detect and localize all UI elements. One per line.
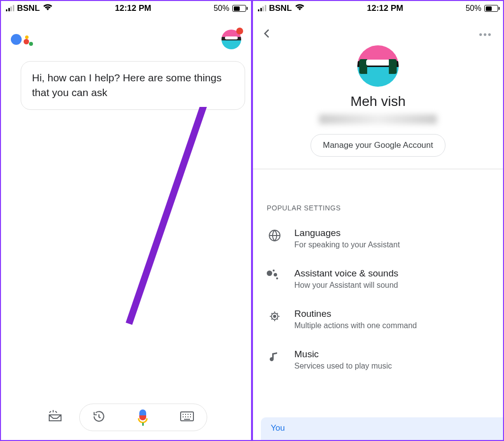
mic-button[interactable] [137,409,149,425]
routines-icon [267,308,283,325]
wifi-icon [295,3,305,13]
setting-title: Languages [294,228,400,238]
setting-routines[interactable]: Routines Multiple actions with one comma… [253,302,503,342]
you-tab[interactable]: You [261,417,503,440]
profile-avatar-button[interactable] [221,30,241,49]
battery-icon [232,5,246,12]
battery-icon [484,5,498,12]
manage-account-button[interactable]: Manage your Google Account [311,134,445,157]
battery-percent: 50% [214,4,229,13]
music-note-icon [267,349,283,365]
svg-point-4 [274,315,276,317]
back-button[interactable] [261,28,273,41]
carrier-label: BSNL [269,3,292,13]
clock-label: 12:12 PM [305,3,466,13]
bottom-toolbar [1,404,251,431]
setting-music[interactable]: Music Services used to play music [253,342,503,382]
annotation-arrow-icon [114,107,242,343]
wifi-icon [43,3,53,13]
setting-title: Routines [294,308,417,319]
setting-sub: Multiple actions with one command [294,321,417,330]
screen-assistant-home: BSNL 12:12 PM 50% Hi, how can I help? He… [1,1,251,440]
notification-dot-icon [236,28,243,34]
app-header [1,16,251,54]
overflow-menu-button[interactable]: ••• [479,29,492,40]
setting-languages[interactable]: Languages For speaking to your Assistant [253,221,503,261]
status-bar: BSNL 12:12 PM 50% [253,1,503,16]
globe-icon [267,228,283,244]
inbox-updates-button[interactable] [45,410,65,425]
setting-voice[interactable]: Assistant voice & sounds How your Assist… [253,261,503,302]
signal-icon [6,5,14,11]
setting-title: Assistant voice & sounds [294,268,398,279]
input-pill [79,404,207,431]
screen-assistant-settings: BSNL 12:12 PM 50% ••• Meh vish Manage yo… [251,1,503,440]
profile-email-blurred [319,114,437,124]
battery-percent: 50% [466,4,481,13]
section-header-popular: POPULAR SETTINGS [253,170,503,221]
setting-sub: For speaking to your Assistant [294,240,400,249]
svg-line-0 [129,107,223,324]
status-bar: BSNL 12:12 PM 50% [1,1,251,16]
setting-sub: How your Assistant will sound [294,281,398,290]
profile-card: Meh vish Manage your Google Account [253,41,503,170]
carrier-label: BSNL [17,3,40,13]
signal-icon [258,5,266,11]
assistant-dots-icon [267,268,283,280]
keyboard-button[interactable] [180,411,194,423]
setting-sub: Services used to play music [294,362,392,371]
assistant-greeting-text: Hi, how can I help? Here are some things… [32,72,221,98]
history-button[interactable] [93,410,105,425]
profile-name: Meh vish [253,94,503,109]
clock-label: 12:12 PM [53,3,214,13]
assistant-greeting-card: Hi, how can I help? Here are some things… [21,61,245,110]
setting-title: Music [294,349,392,360]
avatar-icon [357,45,399,87]
assistant-logo-icon [11,34,33,45]
